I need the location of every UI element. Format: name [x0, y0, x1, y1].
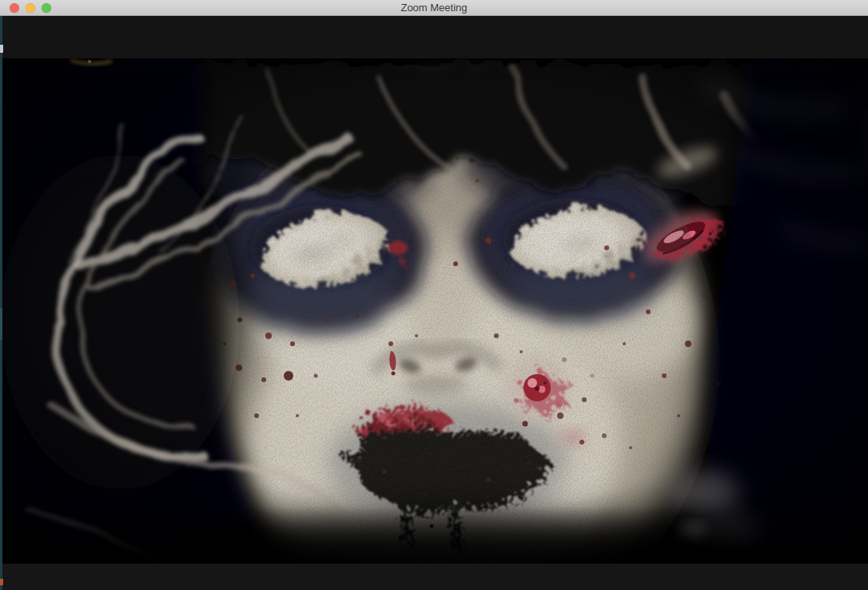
zoom-meeting-window: Zoom Meeting — [0, 0, 868, 590]
window-title: Zoom Meeting — [0, 0, 868, 16]
doll-face-illustration — [0, 58, 868, 564]
desktop-edge-artifact-strip — [0, 16, 2, 590]
participant-video — [0, 58, 868, 564]
desktop-edge-artifact-top — [0, 45, 3, 53]
desktop-edge-artifact-bottom — [0, 579, 3, 585]
letterbox-top — [0, 16, 868, 58]
letterbox-bottom — [0, 564, 868, 590]
vignette — [0, 58, 868, 564]
window-titlebar[interactable]: Zoom Meeting — [0, 0, 868, 16]
